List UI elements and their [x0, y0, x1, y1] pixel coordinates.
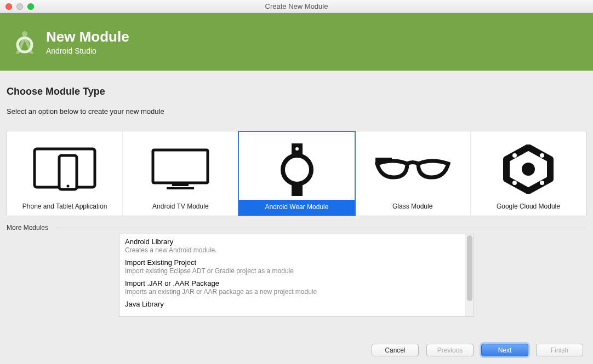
- next-button[interactable]: Next: [481, 344, 528, 356]
- list-item-title: Java Library: [125, 300, 468, 308]
- android-studio-icon: [11, 28, 38, 56]
- svg-rect-12: [375, 158, 392, 162]
- svg-point-15: [512, 153, 517, 158]
- card-label: Android Wear Module: [239, 200, 354, 215]
- list-item-desc: Import existing Eclipse ADT or Gradle pr…: [125, 267, 468, 275]
- more-modules-list-wrap: Android Library Creates a new Android mo…: [119, 234, 474, 317]
- glasses-icon: [355, 139, 470, 199]
- more-modules-list[interactable]: Android Library Creates a new Android mo…: [119, 234, 474, 317]
- wizard-header: New Module Android Studio: [0, 13, 593, 71]
- svg-point-16: [540, 153, 544, 158]
- svg-point-14: [522, 163, 535, 176]
- list-item[interactable]: Java Library: [125, 300, 468, 308]
- card-phone-tablet[interactable]: Phone and Tablet Application: [7, 131, 123, 216]
- instruction-text: Select an option below to create your ne…: [7, 107, 586, 115]
- card-android-tv[interactable]: Android TV Module: [123, 131, 238, 216]
- list-item[interactable]: Import .JAR or .AAR Package Imports an e…: [125, 279, 468, 296]
- previous-button: Previous: [426, 344, 474, 356]
- module-type-cards: Phone and Tablet Application Android TV …: [7, 131, 586, 216]
- watch-icon: [239, 140, 354, 200]
- wizard-footer: Cancel Previous Next Finish: [372, 344, 583, 356]
- scrollbar[interactable]: [465, 234, 474, 316]
- list-item-title: Import Existing Project: [125, 258, 468, 267]
- list-item-title: Import .JAR or .AAR Package: [125, 279, 468, 287]
- svg-rect-7: [167, 187, 194, 189]
- list-item[interactable]: Import Existing Project Import existing …: [125, 258, 468, 275]
- cloud-icon: [471, 139, 586, 199]
- wizard-body: Choose Module Type Select an option belo…: [0, 71, 593, 323]
- cancel-button[interactable]: Cancel: [372, 344, 419, 356]
- svg-rect-6: [172, 184, 189, 186]
- list-item[interactable]: Android Library Creates a new Android mo…: [125, 238, 468, 254]
- svg-point-11: [295, 147, 299, 151]
- card-google-cloud[interactable]: Google Cloud Module: [471, 131, 586, 216]
- card-label: Phone and Tablet Application: [7, 199, 122, 215]
- svg-rect-3: [59, 155, 77, 189]
- svg-rect-5: [153, 150, 208, 183]
- titlebar: Create New Module: [0, 0, 593, 13]
- header-subtitle: Android Studio: [46, 47, 129, 55]
- list-item-desc: Imports an existing JAR or AAR package a…: [125, 288, 468, 296]
- card-glass[interactable]: Glass Module: [355, 131, 471, 216]
- svg-point-18: [540, 181, 544, 185]
- svg-point-4: [67, 185, 70, 188]
- list-item-title: Android Library: [125, 238, 468, 246]
- card-android-wear[interactable]: Android Wear Module: [238, 131, 355, 216]
- svg-point-17: [512, 181, 517, 185]
- card-label: Google Cloud Module: [471, 199, 586, 215]
- svg-point-10: [283, 155, 311, 184]
- card-label: Android TV Module: [123, 199, 238, 215]
- finish-button: Finish: [536, 344, 583, 356]
- section-title: Choose Module Type: [7, 86, 586, 97]
- phone-tablet-icon: [7, 139, 122, 199]
- header-title: New Module: [46, 28, 129, 45]
- more-modules-label: More Modules: [7, 224, 586, 232]
- list-item-desc: Creates a new Android module.: [125, 246, 468, 254]
- scroll-thumb[interactable]: [467, 235, 472, 301]
- card-label: Glass Module: [355, 199, 470, 215]
- tv-icon: [123, 139, 238, 199]
- window-title: Create New Module: [0, 2, 593, 10]
